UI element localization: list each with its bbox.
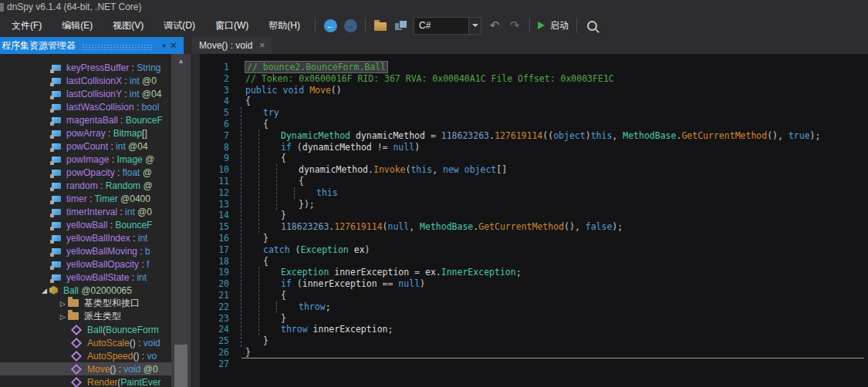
tree-item[interactable]: Ball(BounceForm — [0, 323, 171, 336]
tree-item[interactable]: ▷派生类型 — [0, 310, 171, 323]
token: ) — [586, 130, 591, 141]
token: } — [263, 233, 269, 244]
menu-item[interactable]: 视图(V) — [103, 15, 154, 36]
language-select[interactable]: C# — [414, 17, 481, 35]
scroll-up-icon[interactable]: ▲ — [171, 57, 191, 65]
menu-item[interactable]: 帮助(H) — [258, 15, 310, 36]
token: (( — [542, 130, 553, 141]
menu-item[interactable]: 窗口(W) — [205, 15, 258, 36]
tree-item[interactable]: Render(PaintEver — [0, 375, 171, 387]
panel-close-button[interactable]: × — [171, 40, 184, 52]
tree-item[interactable]: timer : Timer @0400 — [0, 192, 171, 205]
tab-close-icon[interactable]: × — [259, 40, 265, 51]
redo-button[interactable]: ↷ — [505, 16, 525, 35]
line-number: 27 — [200, 358, 229, 370]
token: GetCurrentMethod — [478, 221, 564, 232]
code-text: Exception innerException = ex.InnerExcep… — [245, 267, 522, 278]
collapse-icon[interactable]: ◢ — [40, 287, 49, 294]
indent-guide — [241, 107, 241, 347]
token: BounceForm — [106, 325, 159, 335]
tree-item[interactable]: AutoScale() : void — [0, 336, 171, 349]
tree-item[interactable]: powArray : Bitmap[] — [0, 126, 171, 140]
forward-button[interactable]: → — [340, 16, 360, 35]
token: DynamicMethod — [281, 130, 350, 141]
code-editor[interactable]: 1// bounce2.BounceForm.Ball2// Token: 0x… — [191, 54, 868, 387]
token: = — [414, 267, 425, 278]
token: powArray — [66, 128, 106, 139]
sidebar-scrollbar[interactable]: ▲ — [171, 54, 191, 387]
assembly-explorer-tree[interactable]: keyPressBuffer : StringlastCollisionX : … — [0, 54, 171, 387]
tree-item-label: yellowBall : BounceF — [66, 220, 152, 231]
tree-item[interactable]: keyPressBuffer : String — [0, 61, 171, 74]
expand-icon[interactable]: ▷ — [59, 300, 67, 308]
field-icon — [52, 235, 61, 241]
start-button[interactable]: 启动 — [535, 16, 572, 35]
open-button[interactable] — [370, 16, 390, 35]
menu-item[interactable]: 编辑(E) — [52, 15, 103, 36]
tree-item[interactable]: ▷基类型和接口 — [0, 297, 171, 310]
line-number: 15 — [200, 221, 229, 233]
token: powOpacity — [66, 167, 115, 178]
tree-item[interactable]: lastCollisionX : int @0 — [0, 74, 171, 87]
tree-item[interactable]: lastCollisionY : int @04 — [0, 87, 171, 100]
token: null — [393, 142, 414, 153]
back-button[interactable]: ← — [320, 16, 340, 35]
tree-item[interactable]: AutoSpeed() : vo — [0, 349, 171, 362]
line-number: 23 — [200, 313, 229, 325]
language-select-dropdown[interactable] — [468, 18, 481, 34]
code-line: 19Exception innerException = ex.InnerExc… — [200, 267, 868, 278]
tree-item-label: yellowBallIndex : int — [66, 233, 147, 244]
tree-item-label: powOpacity : float @ — [66, 167, 152, 178]
token: @04 — [140, 89, 162, 99]
token: { — [281, 290, 286, 301]
token: random — [66, 180, 98, 191]
tree-item[interactable]: timerInterval : int @0 — [0, 205, 171, 218]
code-line: 5try — [200, 107, 868, 119]
token: int — [125, 207, 135, 217]
tree-item[interactable]: yellowBall : BounceF — [0, 218, 171, 231]
glyph-margin — [191, 54, 200, 387]
tree-item[interactable]: random : Random @ — [0, 179, 171, 192]
tree-item[interactable]: yellowBallIndex : int — [0, 231, 171, 244]
tree-item[interactable]: powImage : Image @ — [0, 153, 171, 166]
scrollbar-thumb[interactable] — [174, 345, 187, 387]
token: , — [409, 221, 420, 232]
menu-item[interactable]: 调试(D) — [154, 15, 205, 36]
tree-item[interactable]: Move() : void @0 — [0, 362, 171, 375]
token: false — [586, 221, 613, 232]
tree-item[interactable]: yellowBallMoving : b — [0, 244, 171, 257]
search-button[interactable] — [582, 16, 602, 35]
token: Ball — [63, 285, 79, 296]
tree-item[interactable]: ◢Ball @02000065 — [0, 284, 171, 297]
code-line: 10dynamicMethod.Invoke(this, new object[… — [200, 164, 868, 176]
token: @04 — [126, 141, 148, 152]
token: : — [115, 167, 123, 178]
tree-item[interactable]: lastWasCollision : bool — [0, 100, 171, 113]
line-number: 13 — [200, 199, 229, 210]
panel-menu-button[interactable]: ▾ — [157, 42, 171, 49]
tree-item[interactable]: magentaBall : BounceF — [0, 113, 171, 126]
tree-item[interactable]: yellowBallOpacity : f — [0, 257, 171, 271]
tree-item[interactable]: powOpacity : float @ — [0, 166, 171, 179]
token: f — [147, 259, 149, 270]
token: : — [108, 141, 116, 152]
code-line: 3public void Move() — [200, 85, 868, 96]
tree-item-label: timer : Timer @0400 — [66, 194, 150, 204]
token: Exception — [281, 267, 329, 278]
token: [] — [142, 128, 147, 139]
expand-icon[interactable]: ▷ — [59, 313, 67, 321]
code-line: 25} — [200, 335, 868, 347]
save-all-button[interactable] — [390, 16, 410, 35]
undo-button[interactable]: ↷ — [485, 16, 505, 35]
token: ; — [326, 301, 331, 312]
tree-item[interactable]: yellowBallState : int — [0, 271, 171, 284]
assembly-explorer-header[interactable]: 程序集资源管理器 ▾ × — [0, 37, 184, 54]
tree-item-label: 基类型和接口 — [84, 297, 140, 310]
code-text: // Token: 0x0600016F RID: 367 RVA: 0x000… — [245, 73, 614, 85]
tab-move-void[interactable]: Move() : void × — [192, 37, 272, 54]
menu-item[interactable]: 文件(F) — [2, 15, 52, 36]
chevron-down-icon — [472, 24, 478, 27]
token: // Token: 0x0600016F RID: 367 RVA: 0x000… — [245, 73, 614, 84]
tree-item[interactable]: powCount : int @04 — [0, 140, 171, 153]
token: : — [129, 272, 137, 283]
